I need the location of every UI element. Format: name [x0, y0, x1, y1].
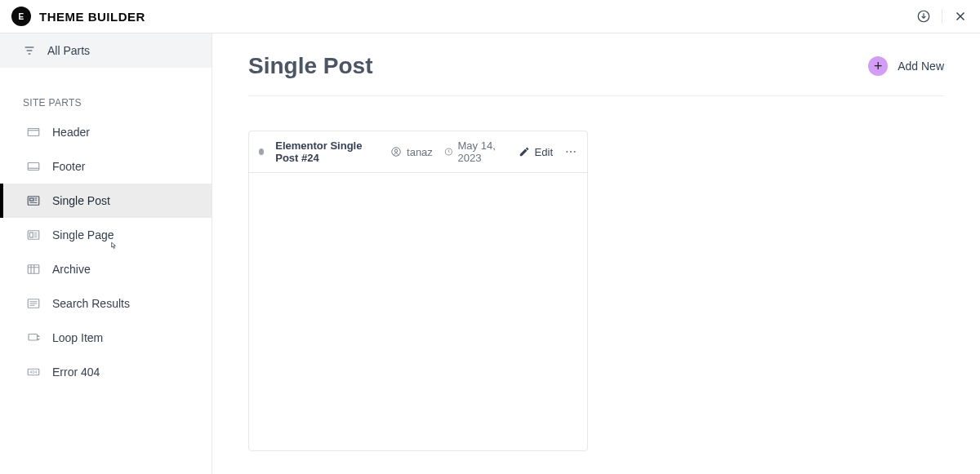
pencil-icon: [519, 146, 530, 157]
svg-rect-2: [28, 163, 39, 171]
loop-icon: [26, 330, 41, 345]
svg-text:404: 404: [30, 370, 38, 374]
svg-point-12: [392, 148, 401, 157]
svg-rect-6: [30, 233, 33, 237]
topbar-right: [915, 8, 969, 24]
main: Single Post + Add New Elementor Single P…: [212, 33, 980, 474]
footer-icon: [26, 159, 41, 174]
sidebar-item-label: Single Page: [52, 228, 114, 241]
page-icon: [26, 228, 41, 242]
sidebar-item-label: Single Post: [52, 194, 110, 207]
header-icon: [26, 125, 41, 140]
post-icon: [26, 193, 41, 208]
sidebar-item-label: Header: [52, 126, 90, 139]
download-icon[interactable]: [915, 8, 932, 24]
status-dot-icon: [259, 148, 264, 155]
card-preview: [249, 173, 587, 450]
sidebar-all-parts-label: All Parts: [47, 44, 90, 57]
card-header: Elementor Single Post #24 tanaz May 14, …: [249, 131, 587, 173]
svg-point-16: [570, 151, 572, 153]
card-title: Elementor Single Post #24: [275, 140, 379, 164]
sidebar-item-footer[interactable]: Footer: [0, 149, 212, 184]
search-results-icon: [26, 296, 41, 311]
layout: All Parts SITE PARTS Header Footer Singl…: [0, 33, 980, 474]
sidebar-item-search-results[interactable]: Search Results: [0, 286, 212, 321]
card-edit-button[interactable]: Edit: [519, 146, 553, 158]
app-title: THEME BUILDER: [39, 10, 145, 24]
add-new-button[interactable]: + Add New: [868, 56, 944, 76]
close-icon[interactable]: [952, 8, 969, 24]
user-icon: [390, 146, 402, 157]
logo-letter: E: [18, 12, 24, 21]
template-card[interactable]: Elementor Single Post #24 tanaz May 14, …: [248, 131, 588, 451]
content: Single Post + Add New Elementor Single P…: [212, 33, 980, 451]
sidebar-item-label: Archive: [52, 263, 91, 276]
sidebar-item-label: Search Results: [52, 297, 130, 310]
sidebar-item-single-page[interactable]: Single Page: [0, 218, 212, 252]
card-date: May 14, 2023: [444, 140, 507, 164]
sidebar-item-loop-item[interactable]: Loop Item: [0, 321, 212, 355]
card-edit-label: Edit: [535, 146, 553, 158]
page-title: Single Post: [248, 53, 372, 79]
svg-rect-7: [28, 265, 39, 274]
sidebar: All Parts SITE PARTS Header Footer Singl…: [0, 33, 212, 474]
topbar-left: E THEME BUILDER: [11, 7, 145, 26]
card-date-value: May 14, 2023: [458, 140, 507, 164]
sidebar-item-single-post[interactable]: Single Post: [0, 184, 212, 218]
card-grid: Elementor Single Post #24 tanaz May 14, …: [248, 96, 944, 451]
sidebar-item-label: Footer: [52, 160, 85, 173]
svg-rect-4: [30, 198, 34, 201]
page-header: Single Post + Add New: [248, 53, 944, 96]
sidebar-item-header[interactable]: Header: [0, 115, 212, 149]
svg-point-15: [566, 151, 568, 153]
svg-point-13: [394, 149, 398, 153]
sidebar-item-label: Error 404: [52, 365, 100, 379]
archive-icon: [26, 262, 41, 277]
svg-rect-1: [28, 129, 39, 136]
sidebar-all-parts[interactable]: All Parts: [0, 33, 212, 68]
plus-icon: +: [868, 56, 888, 76]
sidebar-item-label: Loop Item: [52, 331, 103, 344]
topbar-divider: [942, 9, 942, 24]
sidebar-item-error-404[interactable]: 404 Error 404: [0, 355, 212, 389]
sidebar-section-title: SITE PARTS: [0, 68, 212, 115]
filter-icon: [23, 44, 36, 57]
clock-icon: [444, 146, 453, 157]
card-author-name: tanaz: [407, 146, 433, 158]
error-icon: 404: [26, 365, 41, 379]
card-more-button[interactable]: [564, 145, 577, 158]
more-horizontal-icon: [564, 145, 577, 158]
app-logo: E: [11, 7, 31, 26]
add-new-label: Add New: [898, 60, 944, 73]
card-author: tanaz: [390, 146, 433, 158]
svg-point-17: [574, 151, 576, 153]
svg-rect-9: [29, 334, 38, 341]
sidebar-item-archive[interactable]: Archive: [0, 252, 212, 286]
topbar: E THEME BUILDER: [0, 0, 980, 33]
